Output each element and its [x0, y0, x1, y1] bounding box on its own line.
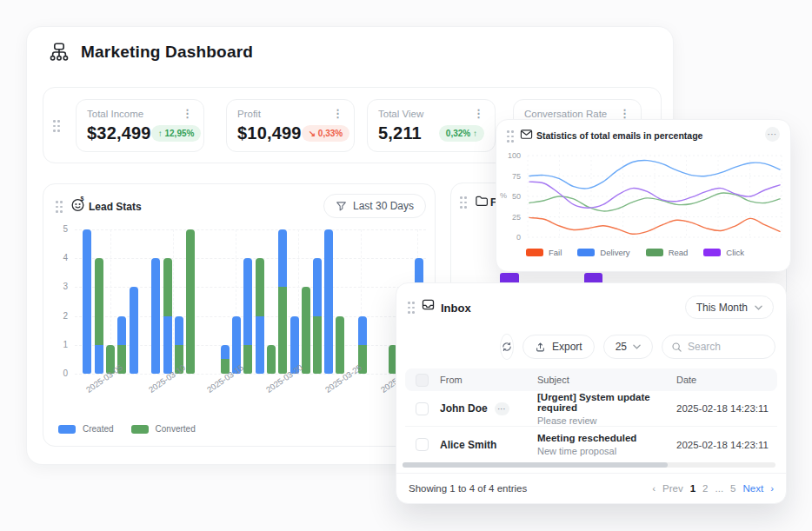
legend-label: Delivery	[600, 248, 629, 257]
y-axis-tick-label: 4	[43, 253, 68, 262]
row-checkbox[interactable]	[416, 402, 429, 415]
table-body: John Doe[Urgent] System update requiredP…	[405, 391, 777, 462]
more-options-icon[interactable]	[495, 402, 509, 415]
bar-segment-converted[interactable]	[336, 316, 344, 374]
stat-value: 5,211	[378, 123, 422, 143]
drag-handle-icon[interactable]	[506, 129, 515, 143]
handle-dot	[408, 307, 410, 309]
y-axis-tick-label: 0	[500, 233, 521, 242]
page-size-select[interactable]: 25	[603, 335, 653, 359]
handle-dot	[507, 130, 509, 133]
from-cell: Alice Smith	[440, 439, 537, 451]
subject-text: Meeting rescheduled	[537, 433, 676, 443]
handle-dot	[408, 302, 410, 304]
stat-card-value-row: $10,499↘ 0,33%	[237, 123, 343, 143]
kebab-menu-icon[interactable]	[473, 108, 484, 119]
bar-segment-created[interactable]	[83, 229, 91, 374]
bar-segment-created[interactable]	[324, 229, 333, 374]
bar-segment-created[interactable]	[313, 258, 322, 315]
email-chart-legend: FailDeliveryReadClick	[526, 248, 744, 257]
bar-segment-converted[interactable]	[267, 345, 276, 374]
scrollbar-thumb[interactable]	[403, 462, 668, 468]
stat-card-total-view: Total View5,2110,32% ↑	[367, 99, 496, 152]
pagination-5[interactable]: 5	[730, 483, 735, 494]
legend-label: Fail	[549, 248, 562, 257]
kebab-menu-icon[interactable]	[332, 108, 343, 119]
drag-handle-icon[interactable]	[52, 119, 61, 133]
pagination-prev[interactable]: Prev	[662, 483, 683, 494]
handle-dot	[464, 196, 467, 199]
kebab-menu-icon[interactable]	[182, 108, 193, 119]
handle-dot	[412, 311, 415, 314]
legend-item-converted: Converted	[131, 424, 196, 434]
kebab-menu-icon[interactable]	[619, 108, 630, 119]
page-size-value: 25	[616, 341, 627, 353]
stat-card-top-row: Conversation Rate	[524, 108, 630, 119]
search-input[interactable]	[688, 341, 766, 353]
export-button[interactable]: Export	[522, 335, 595, 359]
bar-segment-created[interactable]	[243, 258, 252, 345]
stat-card-top-row: Profit	[237, 108, 343, 119]
select-all-checkbox[interactable]	[416, 374, 429, 387]
row-checkbox[interactable]	[416, 438, 429, 451]
subject-text: [Urgent] System update required	[537, 392, 676, 413]
search-icon	[671, 342, 682, 353]
bar-segment-created[interactable]	[95, 345, 103, 374]
lead-stats-bar-chart: 0123452025-03-052025-03-102025-03-152025…	[43, 184, 435, 446]
bar-segment-created[interactable]	[130, 287, 138, 374]
pagination-[interactable]: ...	[715, 483, 724, 494]
refresh-button[interactable]	[500, 334, 514, 360]
entries-summary: Showing 1 to 4 of 4 entries	[409, 483, 527, 494]
bar-segment-created[interactable]	[221, 345, 230, 360]
bar-segment-created[interactable]	[256, 316, 264, 374]
pagination-2[interactable]: 2	[702, 483, 708, 494]
handle-dot	[511, 136, 514, 138]
period-select[interactable]: This Month	[685, 295, 774, 319]
bar-segment-created[interactable]	[278, 229, 287, 287]
bar-segment-converted[interactable]	[163, 258, 172, 315]
pagination-1[interactable]: 1	[690, 483, 696, 494]
handle-dot	[57, 120, 60, 123]
stat-label: Total View	[378, 109, 423, 119]
dashboard-header: Marketing Dashboard	[48, 41, 253, 63]
stat-trend-badge: ↘ 0,33%	[302, 125, 350, 142]
legend-label: Read	[669, 248, 689, 257]
table-row[interactable]: Alice SmithMeeting rescheduledNew time p…	[405, 427, 777, 462]
column-header-date: Date	[676, 375, 772, 385]
search-box	[662, 335, 775, 359]
handle-dot	[53, 120, 56, 123]
bar-segment-converted[interactable]	[278, 287, 287, 374]
stat-value: $10,499	[237, 123, 302, 143]
inbox-icon	[421, 297, 436, 312]
subject-cell: [Urgent] System update requiredPlease re…	[537, 392, 676, 426]
drag-handle-icon[interactable]	[459, 196, 468, 209]
bar-segment-converted[interactable]	[95, 258, 103, 345]
stat-card-total-income: Total Income$32,499↑ 12,95%	[76, 99, 204, 152]
envelope-icon	[520, 128, 533, 141]
handle-dot	[57, 125, 60, 128]
bar-segment-created[interactable]	[117, 316, 126, 345]
legend-swatch	[58, 425, 76, 434]
sitemap-icon	[48, 41, 70, 63]
export-label: Export	[552, 341, 582, 353]
inbox-card: Inbox This Month Export 25	[396, 282, 787, 504]
bar-segment-created[interactable]	[358, 316, 367, 345]
stat-label: Total Income	[87, 109, 143, 119]
horizontal-scrollbar[interactable]	[403, 462, 775, 468]
table-row[interactable]: John Doe[Urgent] System update requiredP…	[405, 391, 777, 427]
handle-dot	[460, 196, 463, 199]
bar-segment-converted[interactable]	[186, 229, 195, 374]
bar-segment-created[interactable]	[151, 258, 160, 374]
ellipsis-menu-icon[interactable]	[765, 127, 780, 142]
handle-dot	[511, 130, 514, 133]
bar-segment-converted[interactable]	[256, 258, 264, 315]
bar-segment-converted[interactable]	[313, 316, 322, 374]
drag-handle-icon[interactable]	[407, 301, 416, 315]
stat-card-top-row: Total Income	[87, 108, 193, 119]
bar-segment-created[interactable]	[175, 316, 183, 345]
pagination-[interactable]: ›	[770, 483, 774, 494]
column-header-subject: Subject	[537, 375, 676, 385]
pagination-[interactable]: ‹	[652, 483, 656, 494]
pagination-next[interactable]: Next	[743, 483, 764, 494]
bar-segment-created[interactable]	[163, 316, 172, 374]
